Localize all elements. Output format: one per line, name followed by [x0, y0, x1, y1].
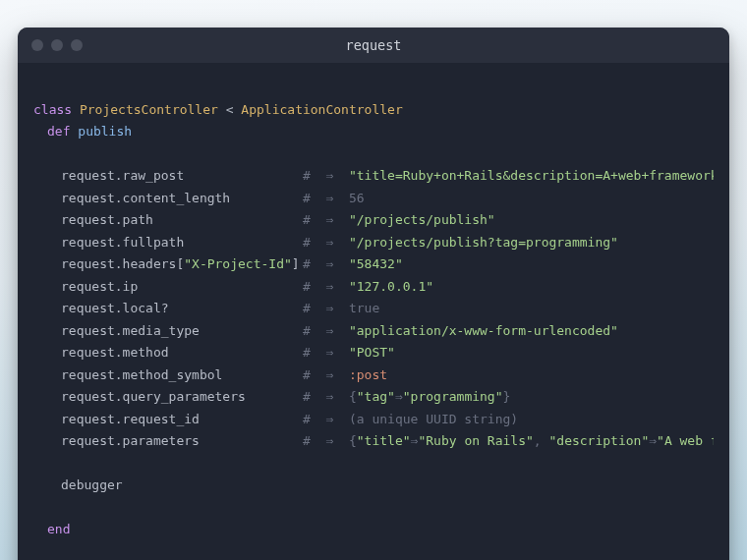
comment-arrow: # ⇒ — [303, 191, 349, 205]
result-comment: # ⇒ "title=Ruby+on+Rails&description=A+w… — [303, 165, 714, 188]
code-line: class ProjectsController < ApplicationCo… — [33, 102, 403, 117]
keyword-end: end — [47, 522, 70, 536]
code-line: request.parameters# ⇒ {"title"⇒"Ruby on … — [33, 430, 714, 453]
request-call: request.fullpath — [61, 232, 303, 254]
debugger-call: debugger — [61, 477, 123, 492]
result-comment: # ⇒ "58432" — [303, 253, 403, 276]
comment-arrow: # ⇒ — [303, 168, 349, 183]
comment-arrow: # ⇒ — [303, 256, 349, 271]
code-window: request class ProjectsController < Appli… — [18, 28, 729, 560]
request-call: request.request_id — [61, 409, 303, 431]
result-string: "58432" — [349, 256, 403, 271]
zoom-icon[interactable] — [71, 39, 83, 51]
code-line: request.ip# ⇒ "127.0.0.1" — [33, 276, 714, 299]
code-line: request.method_symbol# ⇒ :post — [33, 364, 714, 387]
method-name: publish — [78, 124, 132, 139]
keyword-class: class — [33, 102, 72, 117]
code-line: request.method# ⇒ "POST" — [33, 342, 714, 364]
request-call: request.headers["X-Project-Id"] — [61, 253, 303, 276]
code-line: request.headers["X-Project-Id"]# ⇒ "5843… — [33, 253, 714, 276]
request-lines: request.raw_post# ⇒ "title=Ruby+on+Rails… — [33, 165, 714, 453]
request-call: request.method — [61, 342, 303, 364]
result-value: 56 — [349, 191, 365, 205]
result-string: "127.0.0.1" — [349, 279, 433, 294]
request-call: request.query_parameters — [61, 386, 303, 409]
result-comment: # ⇒ "POST" — [303, 342, 395, 364]
comment-arrow: # ⇒ — [303, 345, 349, 360]
code-line: def publish — [33, 121, 714, 143]
result-string: "application/x-www-form-urlencoded" — [349, 323, 618, 338]
result-comment: # ⇒ {"tag"⇒"programming"} — [303, 386, 510, 409]
result-comment: # ⇒ "application/x-www-form-urlencoded" — [303, 320, 618, 343]
superclass-name: ApplicationController — [241, 102, 402, 117]
header-key: "X-Project-Id" — [184, 256, 292, 271]
result-comment: # ⇒ 56 — [303, 188, 365, 210]
result-comment: # ⇒ "/projects/publish?tag=programming" — [303, 232, 618, 254]
comment-arrow: # ⇒ — [303, 212, 349, 227]
code-line: request.local?# ⇒ true — [33, 298, 714, 320]
result-comment: # ⇒ "/projects/publish" — [303, 209, 495, 232]
comment-arrow: # ⇒ — [303, 235, 349, 250]
comment-arrow: # ⇒ — [303, 389, 349, 404]
minimize-icon[interactable] — [51, 39, 63, 51]
result-string: "title=Ruby+on+Rails&description=A+web+f… — [349, 168, 714, 183]
result-comment: # ⇒ :post — [303, 364, 387, 387]
code-line: request.path# ⇒ "/projects/publish" — [33, 209, 714, 232]
result-hash: {"title"⇒"Ruby on Rails", "description"⇒… — [349, 433, 714, 448]
titlebar: request — [18, 28, 729, 63]
comment-arrow: # ⇒ — [303, 301, 349, 315]
result-comment: # ⇒ {"title"⇒"Ruby on Rails", "descripti… — [303, 430, 714, 453]
superclass-sep: < — [218, 102, 241, 117]
code-block: class ProjectsController < ApplicationCo… — [18, 63, 729, 560]
result-comment: # ⇒ "127.0.0.1" — [303, 276, 433, 299]
result-hash: {"tag"⇒"programming"} — [349, 389, 510, 404]
code-line: request.request_id# ⇒ (a unique UUID str… — [33, 409, 714, 431]
request-call: request.media_type — [61, 320, 303, 343]
code-line: request.media_type# ⇒ "application/x-www… — [33, 320, 714, 343]
request-call: request.parameters — [61, 430, 303, 453]
request-call: request.content_length — [61, 188, 303, 210]
class-name: ProjectsController — [80, 102, 218, 117]
comment-arrow: # ⇒ — [303, 279, 349, 294]
request-call: request.local? — [61, 298, 303, 320]
comment-arrow: # ⇒ — [303, 367, 349, 382]
window-title: request — [18, 37, 729, 53]
code-line: request.fullpath# ⇒ "/projects/publish?t… — [33, 232, 714, 254]
code-line: debugger — [33, 475, 714, 497]
code-line: request.content_length# ⇒ 56 — [33, 188, 714, 210]
code-line: request.query_parameters# ⇒ {"tag"⇒"prog… — [33, 386, 714, 409]
request-call: request.raw_post — [61, 165, 303, 188]
code-line: end — [33, 519, 714, 541]
result-value: true — [349, 301, 379, 315]
result-value: (a unique UUID string) — [349, 412, 518, 426]
result-string: "/projects/publish?tag=programming" — [349, 235, 618, 250]
result-string: "POST" — [349, 345, 395, 360]
close-icon[interactable] — [31, 39, 43, 51]
result-symbol: :post — [349, 367, 387, 382]
window-controls — [31, 39, 83, 51]
comment-arrow: # ⇒ — [303, 433, 349, 448]
keyword-def: def — [47, 124, 70, 139]
request-call: request.ip — [61, 276, 303, 299]
result-comment: # ⇒ (a unique UUID string) — [303, 409, 518, 431]
comment-arrow: # ⇒ — [303, 323, 349, 338]
code-line: request.raw_post# ⇒ "title=Ruby+on+Rails… — [33, 165, 714, 188]
comment-arrow: # ⇒ — [303, 412, 349, 426]
result-comment: # ⇒ true — [303, 298, 379, 320]
request-call: request.method_symbol — [61, 364, 303, 387]
request-call: request.path — [61, 209, 303, 232]
result-string: "/projects/publish" — [349, 212, 495, 227]
